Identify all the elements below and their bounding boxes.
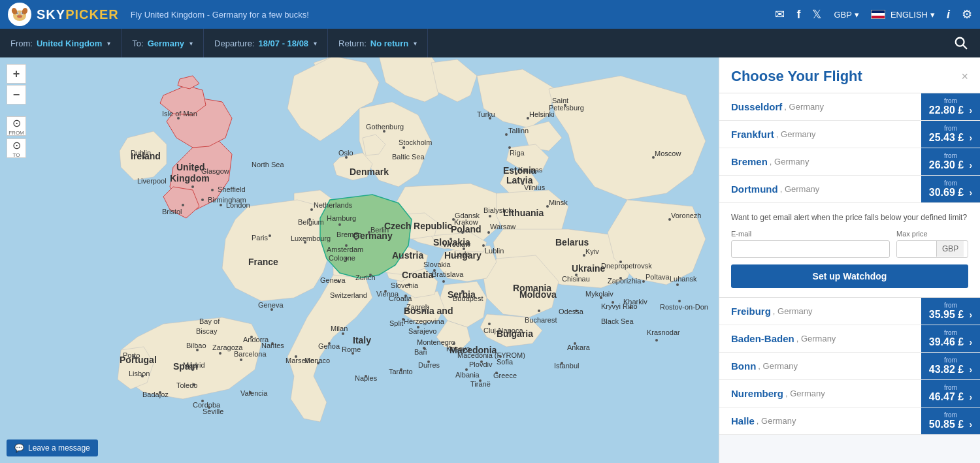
to-filter[interactable]: To: Germany ▾ [122, 29, 204, 57]
flight-list-item: Bremen, Germany from 26.30 £ › [719, 148, 980, 176]
map-area[interactable]: Glasgow Sheffield Liverpool Birmingham B… [0, 57, 719, 463]
mail-icon[interactable]: ✉ [775, 7, 785, 22]
flight-info: Frankfurt, Germany [719, 121, 921, 148]
panel-close-button[interactable]: × [961, 70, 968, 84]
flight-price-box[interactable]: from 25.43 £ › [921, 121, 980, 148]
flight-price-box[interactable]: from 26.30 £ › [921, 148, 980, 175]
watchdog-fields: E-mail Max price 22.80 GBP [731, 230, 968, 258]
flight-price-box[interactable]: from 39.46 £ › [921, 325, 980, 352]
email-field-group: E-mail [731, 230, 890, 258]
flight-city[interactable]: Frankfurt [731, 129, 774, 140]
svg-text:Andorra: Andorra [243, 336, 269, 343]
flight-price-box[interactable]: from 43.82 £ › [921, 353, 980, 379]
settings-icon[interactable]: ⚙ [962, 7, 972, 22]
flag-icon [871, 10, 885, 19]
svg-text:Tiranë: Tiranë [470, 380, 491, 388]
departure-filter[interactable]: Departure: 18/07 - 18/08 ▾ [204, 29, 328, 57]
language-value: ENGLISH [890, 10, 928, 20]
svg-point-216 [219, 352, 221, 355]
header-right: ✉ f 𝕏 GBP ▾ ENGLISH ▾ i ⚙ [775, 7, 972, 22]
flight-city[interactable]: Baden-Baden [731, 333, 794, 344]
price-from-label: from [944, 384, 957, 391]
price-amount: 30.69 £ › [929, 187, 973, 199]
flight-list-item: Bonn, Germany from 43.82 £ › [719, 353, 980, 380]
departure-value: 18/07 - 18/08 [258, 39, 308, 48]
svg-text:Plovdiv: Plovdiv [469, 360, 493, 368]
leave-message-button[interactable]: 💬 Leave a message [7, 439, 98, 456]
flight-list-item: Freiburg, Germany from 35.95 £ › [719, 298, 980, 325]
logo-icon [8, 3, 31, 26]
flight-price-box[interactable]: from 35.95 £ › [921, 298, 980, 325]
twitter-icon[interactable]: 𝕏 [812, 7, 822, 22]
max-price-input[interactable]: 22.80 [897, 241, 936, 257]
map-to-button[interactable]: ⊙ TO [7, 138, 26, 158]
map-from-button[interactable]: ⊙ FROM [7, 116, 26, 136]
flight-city[interactable]: Bremen [731, 156, 768, 167]
currency-arrow: ▾ [855, 10, 859, 20]
from-filter[interactable]: From: United Kingdom ▾ [0, 29, 122, 57]
email-input[interactable] [731, 240, 890, 258]
info-icon[interactable]: i [947, 8, 950, 22]
svg-text:Sofia: Sofia [497, 358, 514, 366]
header: SKYPICKER Fly United Kingdom - Germany f… [0, 0, 980, 29]
price-from-label: from [944, 180, 957, 187]
price-amount: 50.85 £ › [929, 419, 973, 430]
svg-text:Bucharest: Bucharest [525, 316, 557, 324]
flight-city[interactable]: Nuremberg [731, 388, 783, 399]
svg-text:Bilbao: Bilbao [186, 342, 206, 349]
svg-text:Herzegovina: Herzegovina [404, 317, 445, 325]
svg-text:Kryvyi Riho: Kryvyi Riho [601, 302, 638, 310]
flight-list-item: Dortmund, Germany from 30.69 £ › [719, 176, 980, 203]
svg-point-142 [461, 290, 464, 293]
currency-selector[interactable]: GBP ▾ [834, 10, 858, 20]
svg-point-134 [678, 300, 681, 302]
flight-info: Nuremberg, Germany [719, 380, 921, 407]
svg-text:Mykolaiv: Mykolaiv [585, 290, 613, 298]
search-button[interactable] [942, 29, 980, 57]
watchdog-section: Want to get email alert when the price f… [719, 203, 980, 298]
facebook-icon[interactable]: f [796, 8, 800, 22]
flight-city[interactable]: Dortmund [731, 184, 778, 195]
watchdog-description: Want to get email alert when the price f… [731, 212, 968, 223]
svg-text:Geneva: Geneva [258, 301, 284, 309]
zoom-out-button[interactable]: − [7, 85, 26, 104]
flight-country: , Germany [757, 416, 796, 426]
svg-text:Hamburg: Hamburg [327, 214, 356, 222]
flight-city[interactable]: Dusseldorf [731, 101, 782, 112]
flight-price-box[interactable]: from 30.69 £ › [921, 176, 980, 202]
svg-text:Stockholm: Stockholm [399, 138, 432, 146]
flight-city[interactable]: Halle [731, 415, 755, 426]
svg-text:Genoa: Genoa [318, 342, 340, 350]
svg-point-71 [310, 208, 313, 211]
svg-text:Rome: Rome [342, 345, 361, 353]
flight-info: Dusseldorf, Germany [719, 93, 921, 120]
svg-text:Zagreb: Zagreb [406, 303, 429, 311]
language-selector[interactable]: ENGLISH ▾ [871, 10, 935, 20]
logo-area[interactable]: SKYPICKER [8, 3, 119, 26]
flight-price-box[interactable]: from 46.47 £ › [921, 380, 980, 407]
svg-text:Dnepropetrovsk: Dnepropetrovsk [601, 262, 652, 270]
svg-point-77 [269, 234, 271, 237]
return-filter[interactable]: Return: No return ▾ [328, 29, 428, 57]
price-amount: 35.95 £ › [929, 309, 973, 321]
flight-city[interactable]: Freiburg [731, 306, 771, 317]
svg-text:Taranto: Taranto [389, 368, 413, 375]
svg-text:Porto: Porto [123, 351, 140, 359]
zoom-in-button[interactable]: + [7, 64, 26, 84]
flight-price-box[interactable]: from 50.85 £ › [921, 407, 980, 434]
flight-city[interactable]: Bonn [731, 360, 756, 372]
svg-text:Sarajevo: Sarajevo [408, 327, 436, 335]
svg-text:Greece: Greece [493, 372, 517, 379]
svg-point-132 [676, 283, 679, 286]
svg-text:Riga: Riga [510, 149, 525, 157]
svg-text:Albania: Albania [455, 371, 480, 379]
watchdog-button[interactable]: Set up Watchdog [731, 264, 968, 288]
flight-list-item: Dusseldorf, Germany from 22.80 £ › [719, 93, 980, 121]
svg-point-91 [515, 172, 517, 175]
flight-price-box[interactable]: from 22.80 £ › [921, 93, 980, 120]
return-label: Return: [338, 39, 367, 48]
svg-text:Moscow: Moscow [655, 150, 681, 157]
svg-point-110 [489, 215, 491, 217]
main-area: Glasgow Sheffield Liverpool Birmingham B… [0, 57, 980, 463]
svg-text:Biscay: Biscay [196, 327, 218, 335]
